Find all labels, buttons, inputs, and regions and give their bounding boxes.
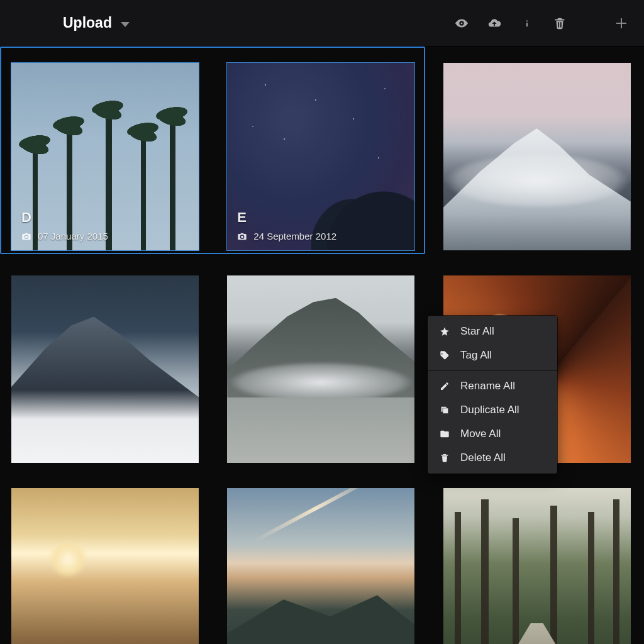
photo-tile[interactable] xyxy=(227,275,414,463)
tile-letter: D xyxy=(21,209,189,226)
photo-tile[interactable] xyxy=(11,275,199,463)
camera-icon xyxy=(237,232,247,241)
ctx-label: Delete All xyxy=(460,452,506,464)
tile-letter: E xyxy=(237,209,404,226)
photo-grid: D 07 January 2015 E 24 September 2012 xyxy=(0,47,644,644)
info-icon[interactable] xyxy=(519,16,535,31)
trash-icon xyxy=(439,452,450,464)
ctx-tag-all[interactable]: Tag All xyxy=(428,343,557,367)
photo-tile[interactable] xyxy=(11,488,199,644)
toolbar: Upload xyxy=(0,0,644,47)
cloud-up-icon[interactable] xyxy=(487,16,502,31)
ctx-delete-all[interactable]: Delete All xyxy=(428,446,557,470)
ctx-duplicate-all[interactable]: Duplicate All xyxy=(428,398,557,422)
ctx-label: Rename All xyxy=(460,380,515,392)
pencil-icon xyxy=(439,380,450,392)
star-icon xyxy=(439,326,450,337)
photo-tile[interactable] xyxy=(443,488,631,644)
tile-date: 07 January 2015 xyxy=(38,231,108,242)
ctx-label: Tag All xyxy=(460,349,492,362)
ctx-label: Star All xyxy=(460,325,494,338)
ctx-separator xyxy=(428,370,557,371)
chevron-down-icon xyxy=(121,22,130,27)
tile-caption: E 24 September 2012 xyxy=(227,203,414,250)
tile-date: 24 September 2012 xyxy=(253,231,336,242)
context-menu: Star All Tag All Rename All Duplicate Al… xyxy=(428,316,557,474)
upload-label: Upload xyxy=(63,14,112,31)
photo-tile[interactable]: E 24 September 2012 xyxy=(227,63,414,250)
folder-icon xyxy=(439,428,450,440)
tag-icon xyxy=(439,350,450,361)
photo-tile[interactable]: D 07 January 2015 xyxy=(11,63,199,250)
plus-icon[interactable] xyxy=(614,16,629,31)
ctx-star-all[interactable]: Star All xyxy=(428,319,557,343)
camera-icon xyxy=(21,232,31,241)
ctx-label: Move All xyxy=(460,428,501,440)
upload-button[interactable]: Upload xyxy=(63,14,130,31)
tile-caption: D 07 January 2015 xyxy=(11,203,199,250)
duplicate-icon xyxy=(439,404,450,416)
ctx-rename-all[interactable]: Rename All xyxy=(428,374,557,398)
ctx-label: Duplicate All xyxy=(460,404,519,416)
photo-tile[interactable] xyxy=(443,63,631,250)
photo-tile[interactable] xyxy=(227,488,414,644)
trash-icon[interactable] xyxy=(552,16,567,31)
ctx-move-all[interactable]: Move All xyxy=(428,422,557,446)
eye-icon[interactable] xyxy=(454,16,469,31)
